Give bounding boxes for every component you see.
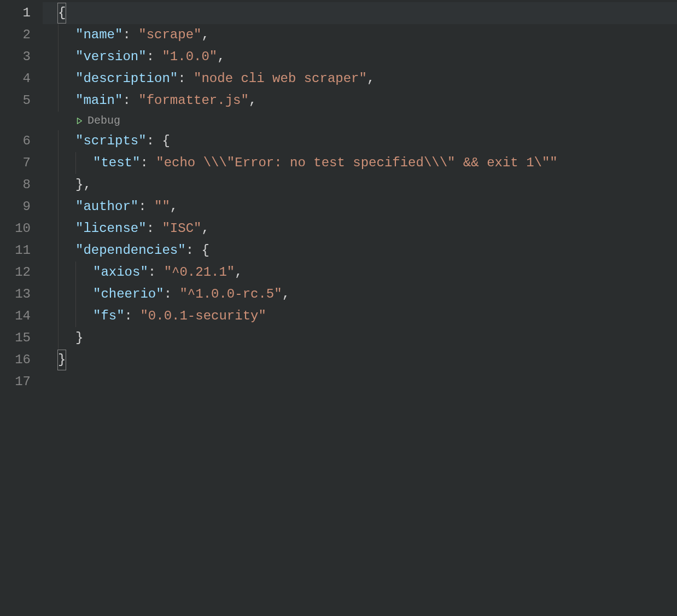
json-key-test: "test" bbox=[93, 155, 140, 170]
code-area[interactable]: { "name": "scrape", "version": "1.0.0", … bbox=[43, 0, 677, 616]
json-key-scripts: "scripts" bbox=[75, 133, 147, 148]
open-brace: { bbox=[57, 3, 66, 24]
line-number[interactable]: 11 bbox=[0, 240, 43, 261]
colon: : bbox=[147, 49, 162, 64]
indent-guide bbox=[58, 240, 59, 261]
line-number[interactable]: 5 bbox=[0, 90, 43, 112]
close-brace: }, bbox=[75, 177, 91, 192]
indent-guide bbox=[58, 218, 59, 240]
indent-guide bbox=[58, 152, 59, 174]
close-brace: } bbox=[57, 350, 66, 370]
codelens-gutter-spacer bbox=[0, 112, 43, 130]
code-line[interactable]: "dependencies": { bbox=[43, 240, 677, 261]
json-key-version: "version" bbox=[75, 49, 147, 64]
json-value-fs: "0.0.1-security" bbox=[140, 309, 266, 323]
code-line[interactable]: "author": "", bbox=[43, 196, 677, 218]
json-key-cheerio: "cheerio" bbox=[93, 287, 164, 301]
json-key-name: "name" bbox=[75, 27, 122, 42]
json-key-license: "license" bbox=[75, 221, 147, 236]
line-number[interactable]: 9 bbox=[0, 196, 43, 218]
codelens-label: Debug bbox=[87, 112, 120, 130]
code-line[interactable]: { bbox=[43, 2, 677, 24]
line-number[interactable]: 14 bbox=[0, 305, 43, 327]
comma: , bbox=[170, 199, 178, 214]
indent-guide bbox=[58, 46, 59, 68]
code-line[interactable]: "test": "echo \\\"Error: no test specifi… bbox=[43, 152, 677, 174]
comma: , bbox=[217, 49, 225, 64]
line-number[interactable]: 3 bbox=[0, 46, 43, 68]
json-value-license: "ISC" bbox=[162, 221, 201, 236]
colon: : bbox=[178, 71, 194, 86]
line-number[interactable]: 7 bbox=[0, 152, 43, 174]
json-value-name: "scrape" bbox=[138, 27, 201, 42]
comma: , bbox=[201, 27, 209, 42]
line-number[interactable]: 13 bbox=[0, 283, 43, 305]
colon: : bbox=[138, 199, 154, 214]
json-value-description: "node cli web scraper" bbox=[194, 71, 367, 86]
close-brace: } bbox=[75, 330, 83, 345]
indent-guide bbox=[58, 261, 59, 283]
line-number[interactable]: 4 bbox=[0, 68, 43, 90]
line-number[interactable]: 6 bbox=[0, 130, 43, 152]
code-line[interactable]: "name": "scrape", bbox=[43, 24, 677, 46]
indent-guide bbox=[58, 24, 59, 46]
open-brace: { bbox=[201, 243, 209, 258]
code-line[interactable]: "license": "ISC", bbox=[43, 218, 677, 240]
indent-guide bbox=[75, 152, 76, 174]
comma: , bbox=[235, 265, 242, 280]
colon: : bbox=[147, 221, 162, 236]
colon: : bbox=[186, 243, 202, 258]
json-value-author: "" bbox=[154, 199, 170, 214]
indent-guide bbox=[75, 283, 76, 305]
open-brace: { bbox=[162, 133, 170, 148]
json-key-fs: "fs" bbox=[93, 309, 125, 323]
code-line[interactable]: "description": "node cli web scraper", bbox=[43, 68, 677, 90]
code-line[interactable]: "fs": "0.0.1-security" bbox=[43, 305, 677, 327]
json-key-description: "description" bbox=[75, 71, 178, 86]
line-number[interactable]: 10 bbox=[0, 218, 43, 240]
line-number[interactable]: 1 bbox=[0, 2, 43, 24]
json-key-main: "main" bbox=[75, 93, 122, 108]
indent-guide bbox=[58, 305, 59, 327]
code-line[interactable]: "scripts": { bbox=[43, 130, 677, 152]
colon: : bbox=[122, 27, 138, 42]
line-number[interactable]: 15 bbox=[0, 327, 43, 349]
json-value-axios: "^0.21.1" bbox=[164, 265, 235, 280]
colon: : bbox=[147, 133, 162, 148]
json-key-dependencies: "dependencies" bbox=[75, 243, 186, 258]
line-number[interactable]: 2 bbox=[0, 24, 43, 46]
indent-guide bbox=[58, 196, 59, 218]
colon: : bbox=[122, 93, 138, 108]
code-line[interactable]: "axios": "^0.21.1", bbox=[43, 261, 677, 283]
code-editor[interactable]: 1 2 3 4 5 6 7 8 9 10 11 12 13 14 15 16 1… bbox=[0, 0, 677, 616]
code-line[interactable]: } bbox=[43, 327, 677, 349]
json-value-test: "echo \\\"Error: no test specified\\\" &… bbox=[156, 155, 558, 170]
line-number[interactable]: 16 bbox=[0, 349, 43, 371]
json-key-axios: "axios" bbox=[93, 265, 148, 280]
code-line[interactable]: }, bbox=[43, 174, 677, 196]
colon: : bbox=[148, 265, 164, 280]
json-value-main: "formatter.js" bbox=[138, 93, 249, 108]
json-value-version: "1.0.0" bbox=[162, 49, 217, 64]
comma: , bbox=[249, 93, 256, 108]
comma: , bbox=[282, 287, 290, 301]
line-number[interactable]: 8 bbox=[0, 174, 43, 196]
code-line[interactable]: "main": "formatter.js", bbox=[43, 90, 677, 112]
codelens-debug[interactable]: Debug bbox=[43, 112, 677, 130]
code-line[interactable]: "version": "1.0.0", bbox=[43, 46, 677, 68]
indent-guide bbox=[58, 174, 59, 196]
code-line[interactable]: "cheerio": "^1.0.0-rc.5", bbox=[43, 283, 677, 305]
json-key-author: "author" bbox=[75, 199, 138, 214]
indent-guide bbox=[75, 305, 76, 327]
line-number[interactable]: 12 bbox=[0, 261, 43, 283]
line-number[interactable]: 17 bbox=[0, 371, 43, 393]
colon: : bbox=[125, 309, 141, 323]
code-line[interactable]: } bbox=[43, 349, 677, 371]
indent-guide bbox=[58, 130, 59, 152]
json-value-cheerio: "^1.0.0-rc.5" bbox=[179, 287, 282, 301]
line-number-gutter[interactable]: 1 2 3 4 5 6 7 8 9 10 11 12 13 14 15 16 1… bbox=[0, 0, 43, 616]
comma: , bbox=[367, 71, 375, 86]
colon: : bbox=[140, 155, 156, 170]
code-line[interactable] bbox=[43, 371, 677, 393]
comma: , bbox=[201, 221, 209, 236]
